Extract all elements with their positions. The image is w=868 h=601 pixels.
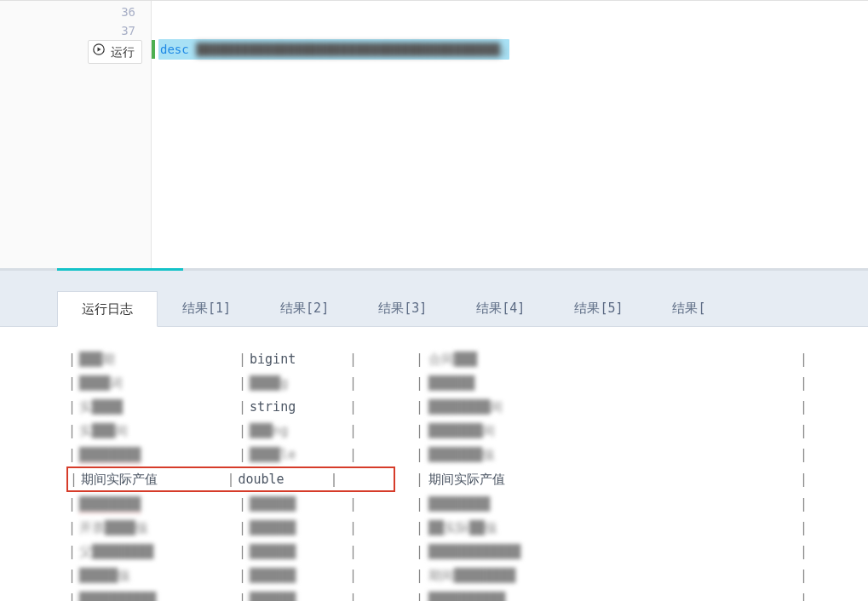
panel-top-indicator [0, 271, 868, 291]
line-number: 37 [0, 21, 135, 40]
col-name: 期间实际产值 [81, 472, 158, 487]
code-line[interactable]: desc ███████████████████████████████████… [152, 40, 868, 59]
tab-result-2[interactable]: 结果[2] [256, 291, 354, 326]
table-row-highlighted: |期间实际产值 |double | [66, 466, 395, 492]
result-tabs: 运行日志 结果[1] 结果[2] 结果[3] 结果[4] 结果[5] 结果[ [0, 291, 868, 327]
comment-column: |合同███| |██████| |████████间| |███████间| … [416, 347, 808, 601]
blurred-code: ████████████████████████████████████████… [196, 43, 508, 56]
col-type: double [238, 472, 284, 487]
run-button[interactable]: 运行 [88, 40, 142, 64]
run-label: 运行 [111, 43, 135, 61]
tab-result-6[interactable]: 结果[ [647, 291, 730, 326]
tab-run-log[interactable]: 运行日志 [57, 291, 158, 327]
tab-result-1[interactable]: 结果[1] [158, 291, 256, 326]
code-body[interactable]: desc ███████████████████████████████████… [152, 1, 868, 268]
play-icon [92, 43, 106, 61]
output-panel: 运行日志 结果[1] 结果[2] 结果[3] 结果[4] 结果[5] 结果[ |… [0, 268, 868, 601]
tab-result-3[interactable]: 结果[3] [354, 291, 451, 326]
tab-result-5[interactable]: 结果[5] [549, 291, 647, 326]
code-editor: 36 37 运行 desc ██████████████████████████… [0, 0, 868, 268]
col-comment: 期间实际产值 [428, 472, 505, 488]
log-output: |███期 |bigint | |████词 |████g | |实████ |… [0, 327, 868, 601]
tab-result-4[interactable]: 结果[4] [451, 291, 549, 326]
line-number: 36 [0, 3, 135, 21]
sql-keyword: desc [160, 43, 189, 56]
line-gutter: 36 37 运行 [0, 1, 152, 268]
